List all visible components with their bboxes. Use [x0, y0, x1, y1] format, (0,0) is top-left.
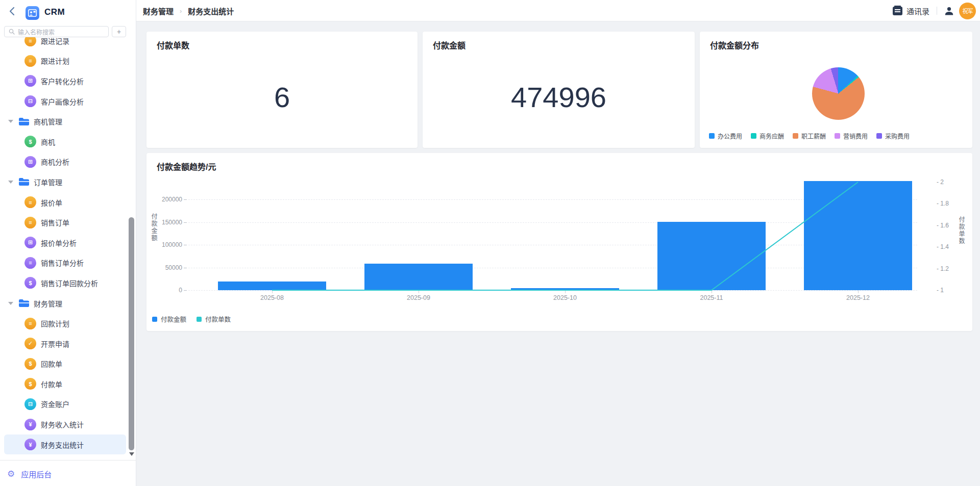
sidebar-item-label: 销售订单	[41, 217, 69, 227]
sidebar-item[interactable]: $回款单	[0, 354, 128, 374]
x-axis-tick-label: 2025-12	[827, 294, 889, 301]
legend-label: 商务应酬	[760, 132, 784, 140]
contacts-label[interactable]: 通讯录	[906, 6, 929, 16]
breadcrumb-current: 财务支出统计	[188, 6, 234, 16]
breadcrumb: 财务管理 › 财务支出统计	[143, 0, 234, 21]
sidebar-menu-list: ≡跟进记录≡跟进计划⊞客户转化分析⊟客户画像分析商机管理$商机⊞商机分析订单管理…	[0, 37, 128, 454]
sidebar-item-label: 报价单	[41, 197, 62, 208]
sidebar-item[interactable]: ≡回款计划	[0, 313, 128, 334]
payment-count-card: 付款单数 6	[146, 32, 418, 148]
sidebar-item[interactable]: 商机管理	[0, 111, 128, 132]
pie-legend-item[interactable]: 办公费用	[709, 132, 742, 140]
y-axis-tick	[184, 290, 187, 291]
add-button[interactable]: +	[112, 26, 126, 37]
scroll-down-arrow-icon[interactable]	[129, 452, 134, 456]
sidebar-item-label: 客户转化分析	[41, 76, 84, 86]
pie-legend: 办公费用商务应酬职工薪酬营销费用采购费用	[709, 132, 964, 140]
sidebar-item[interactable]: ≡报价单	[0, 192, 128, 213]
chevron-down-icon[interactable]	[8, 181, 13, 184]
bar	[657, 222, 766, 290]
back-chevron-icon[interactable]	[8, 6, 16, 16]
sidebar-item[interactable]: ¥财务收入统计	[0, 414, 128, 434]
sidebar-item[interactable]: ⊞客户转化分析	[0, 71, 128, 91]
sidebar-item-label: 销售订单分析	[41, 258, 84, 268]
right-axis-tick-label: - 1.2	[937, 265, 949, 272]
pie-legend-item[interactable]: 采购费用	[876, 132, 910, 140]
sidebar-item-label: 商机	[41, 137, 55, 147]
x-axis-tick	[272, 290, 273, 293]
sidebar-item-label: 回款单	[41, 359, 62, 369]
app-backend-button[interactable]: ⚙ 应用后台	[7, 467, 130, 480]
legend-item-amount[interactable]: 付款金额	[152, 314, 186, 324]
contacts-book-icon[interactable]	[893, 7, 902, 15]
sidebar-item[interactable]: ¥财务支出统计	[4, 434, 126, 455]
legend-swatch	[835, 133, 840, 139]
legend-label: 职工薪酬	[801, 132, 826, 140]
search-placeholder: 输入名称搜索	[18, 28, 55, 36]
legend-label: 办公费用	[718, 132, 742, 140]
sidebar-item[interactable]: ≡销售订单	[0, 212, 128, 233]
user-icon[interactable]	[944, 6, 954, 16]
doc-icon: ≡	[24, 37, 36, 46]
y-axis-tick-label: 150000	[151, 219, 182, 226]
doc-icon: ≡	[24, 55, 36, 67]
sidebar-item[interactable]: $付款单	[0, 374, 128, 394]
app-backend-label: 应用后台	[21, 469, 52, 479]
sidebar-footer-divider	[0, 460, 136, 461]
sidebar-item-label: 财务支出统计	[41, 440, 84, 450]
sidebar-item[interactable]: ⊟资金账户	[0, 394, 128, 415]
sidebar-item[interactable]: ⊞报价单分析	[0, 233, 128, 253]
y-axis-tick-label: 0	[151, 287, 182, 294]
folder-icon	[18, 177, 29, 186]
sidebar-item[interactable]: ≡跟进记录	[0, 37, 128, 51]
bar	[218, 282, 326, 290]
sidebar-item[interactable]: $商机	[0, 132, 128, 152]
legend-label: 采购费用	[885, 132, 910, 140]
pie-legend-item[interactable]: 商务应酬	[751, 132, 784, 140]
sidebar-search-row: 输入名称搜索 +	[0, 25, 136, 38]
x-axis-tick-label: 2025-11	[681, 294, 742, 301]
sidebar-group-label: 财务管理	[34, 298, 62, 309]
chevron-down-icon[interactable]	[8, 120, 13, 123]
crm-app-icon	[26, 6, 39, 20]
sidebar-item-label: 报价单分析	[41, 238, 77, 248]
legend-swatch	[197, 317, 202, 322]
x-axis-tick-label: 2025-10	[534, 294, 596, 301]
sidebar-item[interactable]: $销售订单回款分析	[0, 273, 128, 293]
sidebar-group-label: 订单管理	[34, 177, 62, 187]
legend-item-count[interactable]: 付款单数	[197, 314, 231, 324]
search-input[interactable]: 输入名称搜索	[4, 26, 109, 37]
sidebar-item[interactable]: ≡跟进计划	[0, 51, 128, 71]
legend-swatch	[876, 133, 882, 139]
gridline	[188, 290, 917, 291]
sidebar-item[interactable]: ⊟客户画像分析	[0, 91, 128, 112]
breadcrumb-parent[interactable]: 财务管理	[143, 6, 174, 16]
pie-legend-item[interactable]: 营销费用	[835, 132, 868, 140]
sidebar-item-label: 销售订单回款分析	[41, 278, 98, 288]
right-axis-name: 付款单数	[957, 216, 966, 245]
folder-icon	[18, 117, 29, 126]
avatar[interactable]: 祝军	[959, 3, 976, 19]
payment-count-value: 6	[146, 81, 418, 114]
chevron-down-icon[interactable]	[8, 302, 13, 305]
search-icon	[9, 29, 15, 35]
profile-icon: ⊟	[24, 95, 36, 107]
sidebar-item[interactable]: 财务管理	[0, 293, 128, 314]
legend-label: 付款金额	[161, 314, 186, 324]
sidebar-item[interactable]: ⊞商机分析	[0, 152, 128, 172]
sidebar-item[interactable]: 订单管理	[0, 172, 128, 192]
sidebar-item-label: 付款单	[41, 379, 62, 389]
right-axis-tick-label: - 1.6	[937, 222, 949, 229]
amount-trend-card: 付款金额趋势/元 付款金额 付款单数 050000100000150000200…	[146, 153, 972, 331]
pie-legend-item[interactable]: 职工薪酬	[793, 132, 826, 140]
bar	[804, 181, 912, 290]
doc-icon: ≡	[24, 217, 36, 228]
sidebar-item[interactable]: ≡销售订单分析	[0, 253, 128, 273]
x-axis-tick	[858, 290, 859, 293]
x-axis-tick	[565, 290, 566, 293]
topbar: 财务管理 › 财务支出统计 通讯录 祝军	[136, 0, 980, 21]
money-icon: $	[24, 378, 36, 390]
doc-icon: ≡	[24, 318, 36, 329]
sidebar-scrollbar-thumb[interactable]	[129, 217, 134, 450]
sidebar-item[interactable]: ✓开票申请	[0, 334, 128, 354]
